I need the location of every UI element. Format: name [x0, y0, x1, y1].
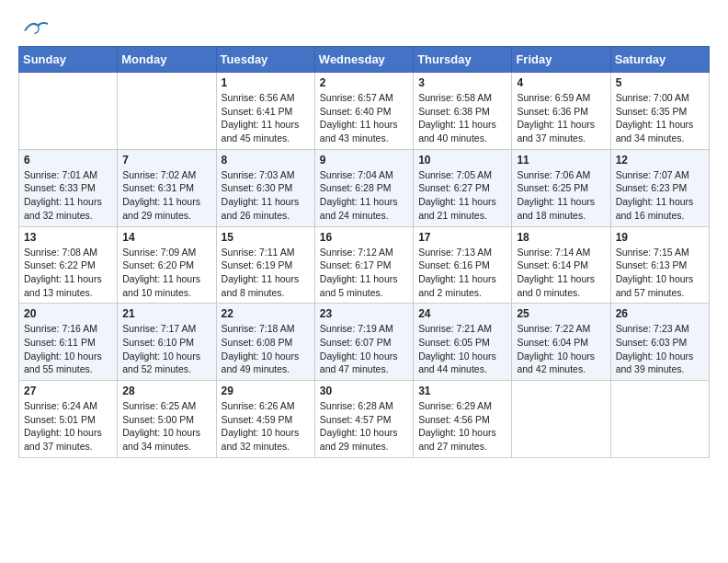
day-info: Sunrise: 7:21 AM Sunset: 6:05 PM Dayligh… [418, 322, 506, 376]
calendar-cell: 6Sunrise: 7:01 AM Sunset: 6:33 PM Daylig… [19, 149, 118, 226]
day-info: Sunrise: 7:05 AM Sunset: 6:27 PM Dayligh… [418, 168, 506, 223]
weekday-header-sunday: Sunday [19, 47, 118, 73]
day-info: Sunrise: 6:24 AM Sunset: 5:01 PM Dayligh… [24, 399, 112, 454]
day-number: 26 [616, 307, 704, 320]
calendar-cell: 7Sunrise: 7:02 AM Sunset: 6:31 PM Daylig… [118, 149, 216, 226]
day-info: Sunrise: 6:25 AM Sunset: 5:00 PM Dayligh… [122, 399, 210, 454]
calendar-cell: 4Sunrise: 6:59 AM Sunset: 6:36 PM Daylig… [512, 73, 610, 150]
weekday-header-monday: Monday [118, 47, 216, 73]
day-info: Sunrise: 7:03 AM Sunset: 6:30 PM Dayligh… [222, 168, 310, 223]
calendar-week-row: 1Sunrise: 6:56 AM Sunset: 6:41 PM Daylig… [19, 73, 710, 150]
day-info: Sunrise: 7:04 AM Sunset: 6:28 PM Dayligh… [320, 168, 408, 223]
day-number: 28 [122, 385, 210, 397]
calendar-week-row: 27Sunrise: 6:24 AM Sunset: 5:01 PM Dayli… [19, 381, 710, 458]
day-info: Sunrise: 6:59 AM Sunset: 6:36 PM Dayligh… [517, 91, 605, 145]
day-info: Sunrise: 7:06 AM Sunset: 6:25 PM Dayligh… [517, 168, 605, 223]
calendar-cell: 18Sunrise: 7:14 AM Sunset: 6:14 PM Dayli… [512, 226, 610, 304]
day-number: 24 [418, 307, 506, 320]
calendar-cell: 11Sunrise: 7:06 AM Sunset: 6:25 PM Dayli… [512, 149, 610, 226]
calendar-cell: 3Sunrise: 6:58 AM Sunset: 6:38 PM Daylig… [414, 73, 512, 150]
calendar-cell: 27Sunrise: 6:24 AM Sunset: 5:01 PM Dayli… [19, 381, 118, 458]
day-number: 31 [418, 385, 506, 397]
calendar-cell [118, 73, 216, 150]
day-info: Sunrise: 7:23 AM Sunset: 6:03 PM Dayligh… [616, 322, 704, 376]
weekday-header-friday: Friday [512, 47, 610, 73]
day-number: 22 [222, 307, 310, 320]
calendar-cell: 29Sunrise: 6:26 AM Sunset: 4:59 PM Dayli… [216, 381, 314, 458]
calendar-cell: 9Sunrise: 7:04 AM Sunset: 6:28 PM Daylig… [314, 149, 413, 226]
day-info: Sunrise: 7:02 AM Sunset: 6:31 PM Dayligh… [122, 168, 210, 223]
calendar-cell: 23Sunrise: 7:19 AM Sunset: 6:07 PM Dayli… [314, 304, 413, 381]
weekday-header-saturday: Saturday [610, 47, 709, 73]
day-number: 10 [418, 154, 506, 167]
day-info: Sunrise: 7:18 AM Sunset: 6:08 PM Dayligh… [222, 322, 310, 376]
calendar-cell: 31Sunrise: 6:29 AM Sunset: 4:56 PM Dayli… [414, 381, 512, 458]
day-info: Sunrise: 7:09 AM Sunset: 6:20 PM Dayligh… [122, 246, 210, 300]
calendar-week-row: 6Sunrise: 7:01 AM Sunset: 6:33 PM Daylig… [19, 149, 710, 226]
day-number: 9 [320, 154, 408, 167]
day-info: Sunrise: 7:16 AM Sunset: 6:11 PM Dayligh… [24, 322, 112, 376]
calendar-cell: 16Sunrise: 7:12 AM Sunset: 6:17 PM Dayli… [314, 226, 413, 304]
day-number: 15 [222, 231, 310, 244]
calendar-cell: 22Sunrise: 7:18 AM Sunset: 6:08 PM Dayli… [216, 304, 314, 381]
day-info: Sunrise: 7:14 AM Sunset: 6:14 PM Dayligh… [517, 246, 605, 300]
day-number: 13 [24, 231, 112, 244]
calendar-cell: 24Sunrise: 7:21 AM Sunset: 6:05 PM Dayli… [414, 304, 512, 381]
weekday-header-tuesday: Tuesday [216, 47, 314, 73]
day-number: 29 [222, 385, 310, 397]
day-number: 3 [418, 76, 506, 89]
day-info: Sunrise: 6:28 AM Sunset: 4:57 PM Dayligh… [320, 399, 408, 454]
logo [18, 18, 48, 37]
day-number: 17 [418, 231, 506, 244]
calendar-cell: 1Sunrise: 6:56 AM Sunset: 6:41 PM Daylig… [216, 73, 314, 150]
weekday-header-row: SundayMondayTuesdayWednesdayThursdayFrid… [19, 47, 710, 73]
day-info: Sunrise: 7:22 AM Sunset: 6:04 PM Dayligh… [517, 322, 605, 376]
day-info: Sunrise: 7:11 AM Sunset: 6:19 PM Dayligh… [222, 246, 310, 300]
calendar-cell: 30Sunrise: 6:28 AM Sunset: 4:57 PM Dayli… [314, 381, 413, 458]
calendar-cell: 25Sunrise: 7:22 AM Sunset: 6:04 PM Dayli… [512, 304, 610, 381]
day-number: 5 [616, 76, 704, 89]
day-number: 30 [320, 385, 408, 397]
day-info: Sunrise: 7:15 AM Sunset: 6:13 PM Dayligh… [616, 246, 704, 300]
calendar-cell: 2Sunrise: 6:57 AM Sunset: 6:40 PM Daylig… [314, 73, 413, 150]
day-number: 2 [320, 76, 408, 89]
calendar-cell: 12Sunrise: 7:07 AM Sunset: 6:23 PM Dayli… [610, 149, 709, 226]
day-number: 16 [320, 231, 408, 244]
calendar-cell: 26Sunrise: 7:23 AM Sunset: 6:03 PM Dayli… [610, 304, 709, 381]
day-number: 14 [122, 231, 210, 244]
calendar-cell: 8Sunrise: 7:03 AM Sunset: 6:30 PM Daylig… [216, 149, 314, 226]
page-header [18, 18, 710, 37]
calendar-cell [19, 73, 118, 150]
calendar-cell: 15Sunrise: 7:11 AM Sunset: 6:19 PM Dayli… [216, 226, 314, 304]
day-number: 21 [122, 307, 210, 320]
calendar-cell: 5Sunrise: 7:00 AM Sunset: 6:35 PM Daylig… [610, 73, 709, 150]
day-info: Sunrise: 7:19 AM Sunset: 6:07 PM Dayligh… [320, 322, 408, 376]
day-info: Sunrise: 6:26 AM Sunset: 4:59 PM Dayligh… [222, 399, 310, 454]
day-info: Sunrise: 7:00 AM Sunset: 6:35 PM Dayligh… [616, 91, 704, 145]
calendar-cell: 10Sunrise: 7:05 AM Sunset: 6:27 PM Dayli… [414, 149, 512, 226]
day-number: 20 [24, 307, 112, 320]
weekday-header-thursday: Thursday [414, 47, 512, 73]
day-info: Sunrise: 7:17 AM Sunset: 6:10 PM Dayligh… [122, 322, 210, 376]
day-info: Sunrise: 7:07 AM Sunset: 6:23 PM Dayligh… [616, 168, 704, 223]
calendar-cell: 14Sunrise: 7:09 AM Sunset: 6:20 PM Dayli… [118, 226, 216, 304]
day-number: 11 [517, 154, 605, 167]
day-info: Sunrise: 7:01 AM Sunset: 6:33 PM Dayligh… [24, 168, 112, 223]
day-info: Sunrise: 7:08 AM Sunset: 6:22 PM Dayligh… [24, 246, 112, 300]
day-number: 18 [517, 231, 605, 244]
day-number: 7 [122, 154, 210, 167]
day-info: Sunrise: 7:12 AM Sunset: 6:17 PM Dayligh… [320, 246, 408, 300]
day-number: 27 [24, 385, 112, 397]
day-info: Sunrise: 7:13 AM Sunset: 6:16 PM Dayligh… [418, 246, 506, 300]
day-info: Sunrise: 6:29 AM Sunset: 4:56 PM Dayligh… [418, 399, 506, 454]
calendar-week-row: 13Sunrise: 7:08 AM Sunset: 6:22 PM Dayli… [19, 226, 710, 304]
calendar-cell: 20Sunrise: 7:16 AM Sunset: 6:11 PM Dayli… [19, 304, 118, 381]
day-number: 23 [320, 307, 408, 320]
calendar-week-row: 20Sunrise: 7:16 AM Sunset: 6:11 PM Dayli… [19, 304, 710, 381]
day-number: 6 [24, 154, 112, 167]
day-info: Sunrise: 6:57 AM Sunset: 6:40 PM Dayligh… [320, 91, 408, 145]
calendar-cell: 17Sunrise: 7:13 AM Sunset: 6:16 PM Dayli… [414, 226, 512, 304]
calendar-cell [512, 381, 610, 458]
logo-bird-icon [22, 20, 48, 37]
day-number: 12 [616, 154, 704, 167]
